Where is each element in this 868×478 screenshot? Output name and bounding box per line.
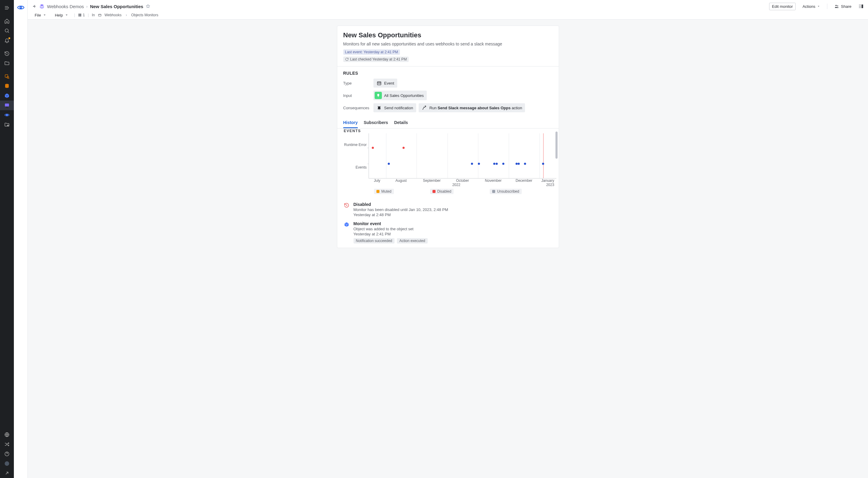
header: Webhooks Demos › New Sales Opportunities… bbox=[28, 0, 868, 20]
path-0[interactable]: Webhooks bbox=[104, 13, 121, 17]
tabs: History Subscribers Details bbox=[337, 115, 559, 129]
viewers-count: 1 bbox=[78, 13, 85, 17]
help-icon[interactable] bbox=[0, 449, 14, 459]
content: New Sales Opportunities Monitors for all… bbox=[28, 20, 868, 478]
notification-dot bbox=[8, 37, 10, 39]
legend-unsubscribed: Unsubscribed bbox=[490, 189, 521, 194]
chart-point bbox=[524, 163, 526, 165]
monitor-app-icon[interactable] bbox=[0, 101, 14, 110]
run-action-text: Run Send Slack message about Sales Opps … bbox=[430, 106, 522, 110]
help-menu[interactable]: Help bbox=[52, 11, 71, 19]
svg-rect-21 bbox=[79, 15, 80, 16]
feed-desc: Monitor has been disabled until Jan 10, … bbox=[353, 207, 448, 212]
chart-point bbox=[518, 163, 520, 165]
xlabel: October bbox=[447, 178, 478, 183]
favorites-icon[interactable] bbox=[0, 120, 14, 130]
monitor-description: Monitors for all new sales opportunities… bbox=[343, 41, 553, 46]
monitor-card: New Sales Opportunities Monitors for all… bbox=[337, 26, 559, 248]
chart-point bbox=[402, 146, 404, 149]
chart-point bbox=[478, 163, 480, 165]
database-icon[interactable] bbox=[0, 81, 14, 91]
actions-dropdown[interactable]: Actions bbox=[800, 3, 823, 10]
chart-point bbox=[388, 163, 390, 165]
feed-desc: Object was added to the object set bbox=[353, 227, 428, 231]
svg-rect-26 bbox=[379, 83, 379, 84]
folder-icon[interactable] bbox=[0, 58, 14, 68]
chart-point bbox=[542, 163, 544, 165]
app-rail bbox=[14, 0, 28, 478]
explore-icon[interactable] bbox=[0, 72, 14, 81]
lightbulb-icon bbox=[375, 92, 382, 99]
svg-rect-23 bbox=[98, 14, 101, 16]
svg-rect-4 bbox=[5, 104, 9, 107]
back-icon[interactable] bbox=[32, 4, 37, 9]
feed-badge: Action executed bbox=[397, 238, 427, 243]
feed-title: Monitor event bbox=[353, 221, 428, 226]
feed-title: Disabled bbox=[353, 202, 448, 207]
year-label-2: 2023 bbox=[544, 183, 556, 187]
events-chart: EVENTS Runtime Error Events bbox=[337, 129, 559, 198]
file-label: File bbox=[35, 13, 41, 18]
svg-point-8 bbox=[5, 462, 9, 466]
tab-subscribers[interactable]: Subscribers bbox=[364, 120, 388, 128]
chart-title: EVENTS bbox=[340, 129, 556, 133]
home-icon[interactable] bbox=[0, 16, 14, 26]
svg-rect-22 bbox=[80, 15, 81, 16]
notifications-icon[interactable] bbox=[0, 36, 14, 45]
svg-rect-16 bbox=[860, 6, 861, 7]
user-avatar[interactable] bbox=[0, 459, 14, 468]
search-icon[interactable] bbox=[0, 26, 14, 36]
shuffle-icon[interactable] bbox=[0, 440, 14, 449]
watch-icon[interactable] bbox=[0, 110, 14, 120]
svg-point-10 bbox=[835, 5, 837, 6]
svg-point-0 bbox=[5, 29, 8, 32]
year-label-1: 2022 bbox=[369, 183, 544, 187]
stack-icon bbox=[39, 4, 44, 9]
xlabel: August bbox=[386, 178, 416, 183]
divider bbox=[827, 4, 827, 9]
feed-time: Yesterday at 2:48 PM bbox=[353, 212, 448, 217]
now-line bbox=[543, 133, 544, 178]
history-icon[interactable] bbox=[0, 49, 14, 58]
legend-disabled: Disabled bbox=[430, 189, 454, 194]
svg-rect-13 bbox=[859, 6, 860, 7]
globe-icon[interactable] bbox=[0, 430, 14, 440]
cube-blue-icon bbox=[343, 221, 350, 243]
share-label: Share bbox=[841, 4, 851, 9]
chart-plot[interactable] bbox=[369, 133, 556, 178]
star-icon[interactable] bbox=[146, 4, 150, 9]
expand-icon[interactable] bbox=[0, 468, 14, 478]
actions-label: Actions bbox=[803, 4, 815, 9]
menu-toggle[interactable] bbox=[0, 3, 14, 13]
app-watch-icon bbox=[17, 4, 25, 12]
scrollbar[interactable] bbox=[555, 132, 558, 159]
last-checked-badge: Last checked Yesterday at 2:41 PM bbox=[343, 57, 409, 62]
edit-monitor-button[interactable]: Edit monitor bbox=[769, 3, 795, 10]
rules-section: RULES Type Event Input All Sales Opportu… bbox=[337, 67, 559, 112]
xlabel: July bbox=[369, 178, 386, 183]
svg-rect-15 bbox=[860, 5, 861, 5]
breadcrumb-folder[interactable]: Webhooks Demos bbox=[47, 4, 84, 9]
panel-toggle-icon[interactable] bbox=[858, 4, 864, 9]
send-notification-text: Send notification bbox=[384, 106, 413, 110]
xlabel: December bbox=[509, 178, 539, 183]
tab-history[interactable]: History bbox=[343, 120, 358, 128]
file-menu[interactable]: File bbox=[32, 11, 49, 19]
path-1[interactable]: Objects Monitors bbox=[131, 13, 158, 17]
nav-rail bbox=[0, 0, 14, 478]
event-feed: Disabled Monitor has been disabled until… bbox=[337, 198, 559, 243]
object-icon[interactable] bbox=[0, 91, 14, 101]
svg-rect-17 bbox=[860, 7, 861, 8]
svg-rect-12 bbox=[859, 5, 860, 5]
input-chip[interactable]: All Sales Opportunities bbox=[373, 91, 427, 100]
run-action-chip: Run Send Slack message about Sales Opps … bbox=[418, 103, 525, 112]
xlabel: November bbox=[478, 178, 509, 183]
svg-rect-20 bbox=[80, 14, 81, 15]
chart-legend: Muted Disabled Unsubscribed bbox=[340, 189, 556, 194]
xlabel: January bbox=[539, 178, 556, 183]
rules-heading: RULES bbox=[343, 71, 553, 75]
chart-point bbox=[495, 163, 498, 165]
share-button[interactable]: Share bbox=[832, 2, 854, 10]
tab-details[interactable]: Details bbox=[394, 120, 408, 128]
svg-rect-27 bbox=[380, 83, 380, 84]
